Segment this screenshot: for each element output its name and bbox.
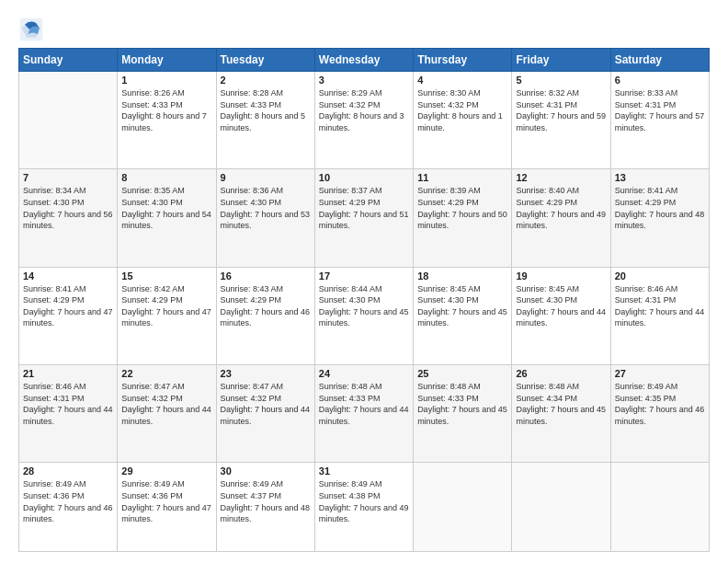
calendar-cell: 16Sunrise: 8:43 AM Sunset: 4:29 PM Dayli… <box>216 267 314 364</box>
day-info: Sunrise: 8:49 AM Sunset: 4:36 PM Dayligh… <box>121 478 211 524</box>
calendar-cell: 9Sunrise: 8:36 AM Sunset: 4:30 PM Daylig… <box>216 169 314 267</box>
day-info: Sunrise: 8:41 AM Sunset: 4:29 PM Dayligh… <box>23 283 113 329</box>
calendar-cell: 20Sunrise: 8:46 AM Sunset: 4:31 PM Dayli… <box>610 267 709 364</box>
calendar-cell: 24Sunrise: 8:48 AM Sunset: 4:33 PM Dayli… <box>314 364 413 462</box>
day-number: 4 <box>417 75 507 86</box>
day-number: 31 <box>319 465 409 477</box>
day-info: Sunrise: 8:39 AM Sunset: 4:29 PM Dayligh… <box>417 185 507 231</box>
day-number: 9 <box>221 172 311 183</box>
day-number: 22 <box>121 368 211 379</box>
calendar-cell: 31Sunrise: 8:49 AM Sunset: 4:38 PM Dayli… <box>314 463 413 552</box>
day-number: 29 <box>121 465 211 477</box>
day-info: Sunrise: 8:44 AM Sunset: 4:30 PM Dayligh… <box>319 283 409 329</box>
day-number: 27 <box>615 368 705 379</box>
calendar-cell: 28Sunrise: 8:49 AM Sunset: 4:36 PM Dayli… <box>19 463 118 552</box>
day-info: Sunrise: 8:49 AM Sunset: 4:38 PM Dayligh… <box>319 478 409 524</box>
calendar-cell: 18Sunrise: 8:45 AM Sunset: 4:30 PM Dayli… <box>414 267 512 364</box>
day-number: 19 <box>516 270 606 282</box>
day-number: 24 <box>319 368 409 379</box>
day-info: Sunrise: 8:47 AM Sunset: 4:32 PM Dayligh… <box>121 381 211 427</box>
day-number: 14 <box>23 270 113 282</box>
calendar-week-row: 14Sunrise: 8:41 AM Sunset: 4:29 PM Dayli… <box>19 267 710 364</box>
day-number: 12 <box>516 172 606 183</box>
day-info: Sunrise: 8:40 AM Sunset: 4:29 PM Dayligh… <box>516 185 606 231</box>
day-number: 8 <box>121 172 211 183</box>
day-number: 28 <box>23 465 113 477</box>
page: SundayMondayTuesdayWednesdayThursdayFrid… <box>0 0 728 563</box>
calendar-cell: 3Sunrise: 8:29 AM Sunset: 4:32 PM Daylig… <box>314 72 413 169</box>
calendar-cell: 4Sunrise: 8:30 AM Sunset: 4:32 PM Daylig… <box>414 72 512 169</box>
day-number: 1 <box>121 75 211 86</box>
calendar-cell: 14Sunrise: 8:41 AM Sunset: 4:29 PM Dayli… <box>19 267 118 364</box>
day-info: Sunrise: 8:37 AM Sunset: 4:29 PM Dayligh… <box>319 185 409 231</box>
calendar-week-row: 28Sunrise: 8:49 AM Sunset: 4:36 PM Dayli… <box>19 463 710 552</box>
day-number: 7 <box>23 172 113 183</box>
calendar-cell: 22Sunrise: 8:47 AM Sunset: 4:32 PM Dayli… <box>118 364 216 462</box>
calendar-header-monday: Monday <box>118 49 216 72</box>
calendar-cell: 11Sunrise: 8:39 AM Sunset: 4:29 PM Dayli… <box>414 169 512 267</box>
calendar-cell <box>610 463 709 552</box>
calendar-cell <box>414 463 512 552</box>
day-info: Sunrise: 8:47 AM Sunset: 4:32 PM Dayligh… <box>221 381 311 427</box>
day-info: Sunrise: 8:49 AM Sunset: 4:37 PM Dayligh… <box>221 478 311 524</box>
day-number: 30 <box>221 465 311 477</box>
calendar-header-saturday: Saturday <box>610 49 709 72</box>
calendar-cell <box>19 72 118 169</box>
day-number: 20 <box>615 270 705 282</box>
calendar-table: SundayMondayTuesdayWednesdayThursdayFrid… <box>18 48 710 552</box>
calendar-header-sunday: Sunday <box>19 49 118 72</box>
calendar-cell: 7Sunrise: 8:34 AM Sunset: 4:30 PM Daylig… <box>19 169 118 267</box>
day-info: Sunrise: 8:46 AM Sunset: 4:31 PM Dayligh… <box>23 381 113 427</box>
calendar-cell: 6Sunrise: 8:33 AM Sunset: 4:31 PM Daylig… <box>610 72 709 169</box>
day-number: 2 <box>221 75 311 86</box>
day-number: 10 <box>319 172 409 183</box>
logo-icon <box>18 17 44 42</box>
day-info: Sunrise: 8:48 AM Sunset: 4:33 PM Dayligh… <box>319 381 409 427</box>
day-info: Sunrise: 8:42 AM Sunset: 4:29 PM Dayligh… <box>121 283 211 329</box>
day-info: Sunrise: 8:49 AM Sunset: 4:35 PM Dayligh… <box>615 381 705 427</box>
calendar-cell: 1Sunrise: 8:26 AM Sunset: 4:33 PM Daylig… <box>118 72 216 169</box>
day-info: Sunrise: 8:30 AM Sunset: 4:32 PM Dayligh… <box>417 87 507 133</box>
day-info: Sunrise: 8:32 AM Sunset: 4:31 PM Dayligh… <box>516 87 606 133</box>
day-info: Sunrise: 8:46 AM Sunset: 4:31 PM Dayligh… <box>615 283 705 329</box>
day-number: 21 <box>23 368 113 379</box>
day-info: Sunrise: 8:29 AM Sunset: 4:32 PM Dayligh… <box>319 87 409 133</box>
day-number: 5 <box>516 75 606 86</box>
day-info: Sunrise: 8:26 AM Sunset: 4:33 PM Dayligh… <box>121 87 211 133</box>
calendar-cell: 19Sunrise: 8:45 AM Sunset: 4:30 PM Dayli… <box>512 267 610 364</box>
day-info: Sunrise: 8:33 AM Sunset: 4:31 PM Dayligh… <box>615 87 705 133</box>
calendar-cell: 8Sunrise: 8:35 AM Sunset: 4:30 PM Daylig… <box>118 169 216 267</box>
calendar-header-tuesday: Tuesday <box>216 49 314 72</box>
calendar-header-wednesday: Wednesday <box>314 49 413 72</box>
day-info: Sunrise: 8:34 AM Sunset: 4:30 PM Dayligh… <box>23 185 113 231</box>
calendar-cell: 23Sunrise: 8:47 AM Sunset: 4:32 PM Dayli… <box>216 364 314 462</box>
day-number: 26 <box>516 368 606 379</box>
day-number: 16 <box>221 270 311 282</box>
day-info: Sunrise: 8:36 AM Sunset: 4:30 PM Dayligh… <box>221 185 311 231</box>
calendar-cell: 15Sunrise: 8:42 AM Sunset: 4:29 PM Dayli… <box>118 267 216 364</box>
calendar-cell: 17Sunrise: 8:44 AM Sunset: 4:30 PM Dayli… <box>314 267 413 364</box>
calendar-cell: 27Sunrise: 8:49 AM Sunset: 4:35 PM Dayli… <box>610 364 709 462</box>
header <box>18 17 710 42</box>
day-info: Sunrise: 8:45 AM Sunset: 4:30 PM Dayligh… <box>417 283 507 329</box>
day-number: 15 <box>121 270 211 282</box>
day-info: Sunrise: 8:43 AM Sunset: 4:29 PM Dayligh… <box>221 283 311 329</box>
calendar-header-row: SundayMondayTuesdayWednesdayThursdayFrid… <box>19 49 710 72</box>
day-info: Sunrise: 8:48 AM Sunset: 4:33 PM Dayligh… <box>417 381 507 427</box>
day-info: Sunrise: 8:35 AM Sunset: 4:30 PM Dayligh… <box>121 185 211 231</box>
calendar-cell: 29Sunrise: 8:49 AM Sunset: 4:36 PM Dayli… <box>118 463 216 552</box>
day-number: 13 <box>615 172 705 183</box>
calendar-cell: 12Sunrise: 8:40 AM Sunset: 4:29 PM Dayli… <box>512 169 610 267</box>
day-info: Sunrise: 8:45 AM Sunset: 4:30 PM Dayligh… <box>516 283 606 329</box>
day-info: Sunrise: 8:49 AM Sunset: 4:36 PM Dayligh… <box>23 478 113 524</box>
calendar-cell: 10Sunrise: 8:37 AM Sunset: 4:29 PM Dayli… <box>314 169 413 267</box>
day-info: Sunrise: 8:28 AM Sunset: 4:33 PM Dayligh… <box>221 87 311 133</box>
calendar-week-row: 7Sunrise: 8:34 AM Sunset: 4:30 PM Daylig… <box>19 169 710 267</box>
calendar-cell: 26Sunrise: 8:48 AM Sunset: 4:34 PM Dayli… <box>512 364 610 462</box>
calendar-cell: 2Sunrise: 8:28 AM Sunset: 4:33 PM Daylig… <box>216 72 314 169</box>
day-number: 17 <box>319 270 409 282</box>
day-number: 18 <box>417 270 507 282</box>
day-number: 25 <box>417 368 507 379</box>
calendar-header-thursday: Thursday <box>414 49 512 72</box>
day-info: Sunrise: 8:48 AM Sunset: 4:34 PM Dayligh… <box>516 381 606 427</box>
